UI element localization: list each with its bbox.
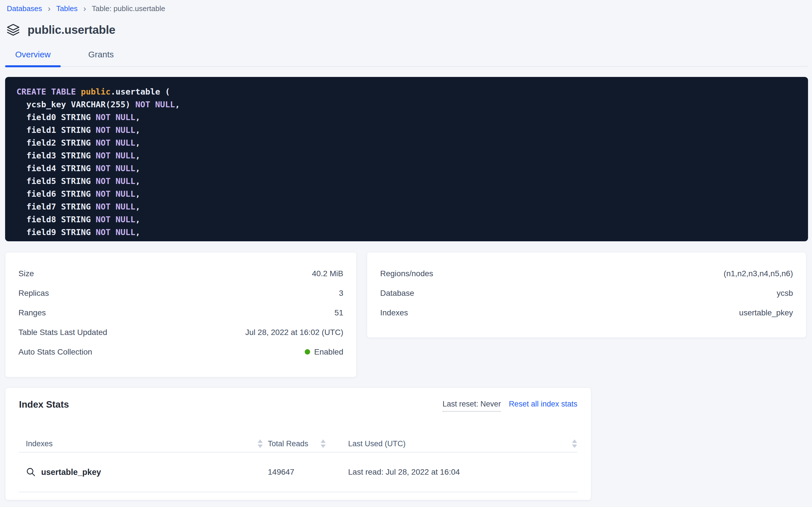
table-meta-card: Regions/nodes(n1,n2,n3,n4,n5,n6)Database… <box>367 252 806 338</box>
summary-value: ycsb <box>776 289 793 298</box>
summary-value-text: ycsb <box>776 289 793 298</box>
sql-line: field2 STRING NOT NULL, <box>16 136 797 149</box>
sort-icon[interactable] <box>257 439 263 448</box>
summary-row: Table Stats Last UpdatedJul 28, 2022 at … <box>5 323 356 342</box>
column-label: Total Reads <box>268 440 308 448</box>
summary-row: Indexesusertable_pkey <box>367 303 806 323</box>
summary-value: 40.2 MiB <box>312 269 343 278</box>
index-table-header: Indexes Total Reads Last Used (UTC) <box>19 436 577 452</box>
reset-index-stats-link[interactable]: Reset all index stats <box>509 400 577 408</box>
total-reads-cell: 149647 <box>263 467 348 476</box>
tab-grants[interactable]: Grants <box>73 50 129 66</box>
index-name[interactable]: usertable_pkey <box>41 467 101 477</box>
sql-line: field6 STRING NOT NULL, <box>16 188 797 201</box>
breadcrumb-current: Table: public.usertable <box>91 3 165 14</box>
index-stats-card: Index Stats Last reset: Never Reset all … <box>5 388 591 500</box>
summary-label: Size <box>18 269 34 278</box>
last-reset-label: Last reset: Never <box>443 400 501 412</box>
breadcrumb-link[interactable]: Databases <box>7 3 42 14</box>
table-stats-card: Size40.2 MiBReplicas3Ranges51Table Stats… <box>5 252 357 377</box>
tab-overview[interactable]: Overview <box>5 50 61 66</box>
summary-row: Regions/nodes(n1,n2,n3,n4,n5,n6) <box>367 264 806 283</box>
summary-cards-row: Size40.2 MiBReplicas3Ranges51Table Stats… <box>5 252 807 377</box>
chevron-right-icon: › <box>48 4 51 13</box>
column-header-sort[interactable] <box>571 439 577 448</box>
summary-label: Ranges <box>18 308 46 317</box>
summary-value: usertable_pkey <box>739 308 793 317</box>
sql-line: field9 STRING NOT NULL, <box>16 226 797 239</box>
summary-value-text: 3 <box>339 289 343 298</box>
sql-line: field4 STRING NOT NULL, <box>16 162 797 175</box>
page-title: public.usertable <box>27 23 116 37</box>
breadcrumb: Databases›Tables›Table: public.usertable <box>0 0 812 14</box>
sql-line: field5 STRING NOT NULL, <box>16 175 797 188</box>
summary-value-text: (n1,n2,n3,n4,n5,n6) <box>724 269 793 278</box>
sql-line: field3 STRING NOT NULL, <box>16 149 797 162</box>
sql-line: field7 STRING NOT NULL, <box>16 201 797 213</box>
sql-line: field0 STRING NOT NULL, <box>16 111 797 124</box>
summary-value-text: Enabled <box>314 347 343 356</box>
index-table-body: usertable_pkey149647Last read: Jul 28, 2… <box>19 452 577 492</box>
column-label: Last Used (UTC) <box>348 440 406 448</box>
summary-label: Replicas <box>18 289 49 298</box>
sort-icon[interactable] <box>320 439 326 448</box>
summary-value: 3 <box>339 289 343 298</box>
summary-row: Auto Stats CollectionEnabled <box>5 342 356 362</box>
summary-value: 51 <box>334 308 343 317</box>
index-stats-header: Index Stats Last reset: Never Reset all … <box>19 399 577 412</box>
summary-label: Regions/nodes <box>380 269 433 278</box>
summary-value-text: 40.2 MiB <box>312 269 343 278</box>
summary-value-text: Jul 28, 2022 at 16:02 (UTC) <box>245 328 343 337</box>
column-header-last-used[interactable]: Last Used (UTC) <box>348 440 571 448</box>
summary-value: Jul 28, 2022 at 16:02 (UTC) <box>245 328 343 337</box>
search-icon <box>26 467 36 477</box>
summary-value: (n1,n2,n3,n4,n5,n6) <box>724 269 793 278</box>
column-header-total-reads[interactable]: Total Reads <box>263 439 348 448</box>
page-header: public.usertable <box>6 23 812 37</box>
status-dot <box>305 349 310 354</box>
summary-row: Databaseycsb <box>367 283 806 303</box>
summary-value: Enabled <box>305 347 343 356</box>
sort-icon[interactable] <box>572 439 577 448</box>
create-table-sql: CREATE TABLE public.usertable ( ycsb_key… <box>5 77 808 241</box>
summary-value-text: 51 <box>334 308 343 317</box>
sql-line: field1 STRING NOT NULL, <box>16 124 797 136</box>
column-label: Indexes <box>26 440 53 448</box>
summary-value-text: usertable_pkey <box>739 308 793 317</box>
index-stats-title: Index Stats <box>19 399 69 410</box>
index-stats-meta: Last reset: Never Reset all index stats <box>443 399 577 412</box>
summary-row: Replicas3 <box>5 283 356 303</box>
summary-label: Indexes <box>380 308 408 317</box>
summary-label: Auto Stats Collection <box>18 347 92 356</box>
table-row: usertable_pkey149647Last read: Jul 28, 2… <box>19 452 577 492</box>
sql-line: field8 STRING NOT NULL, <box>16 213 797 226</box>
index-name-cell: usertable_pkey <box>19 467 263 477</box>
sql-line: CREATE TABLE public.usertable ( <box>16 86 797 98</box>
column-header-indexes[interactable]: Indexes <box>19 439 263 448</box>
index-stats-table: Indexes Total Reads Last Used (UTC) <box>19 436 577 492</box>
tab-bar: OverviewGrants <box>5 50 808 67</box>
last-used-cell: Last read: Jul 28, 2022 at 16:04 <box>348 467 577 476</box>
sql-line: ycsb_key VARCHAR(255) NOT NULL, <box>16 98 797 111</box>
summary-label: Table Stats Last Updated <box>18 328 107 337</box>
summary-label: Database <box>380 289 414 298</box>
summary-row: Ranges51 <box>5 303 356 323</box>
breadcrumb-link[interactable]: Tables <box>56 3 77 14</box>
table-details-page: Databases›Tables›Table: public.usertable… <box>0 0 812 500</box>
layers-icon <box>6 23 20 37</box>
summary-row: Size40.2 MiB <box>5 264 356 283</box>
chevron-right-icon: › <box>83 4 86 13</box>
